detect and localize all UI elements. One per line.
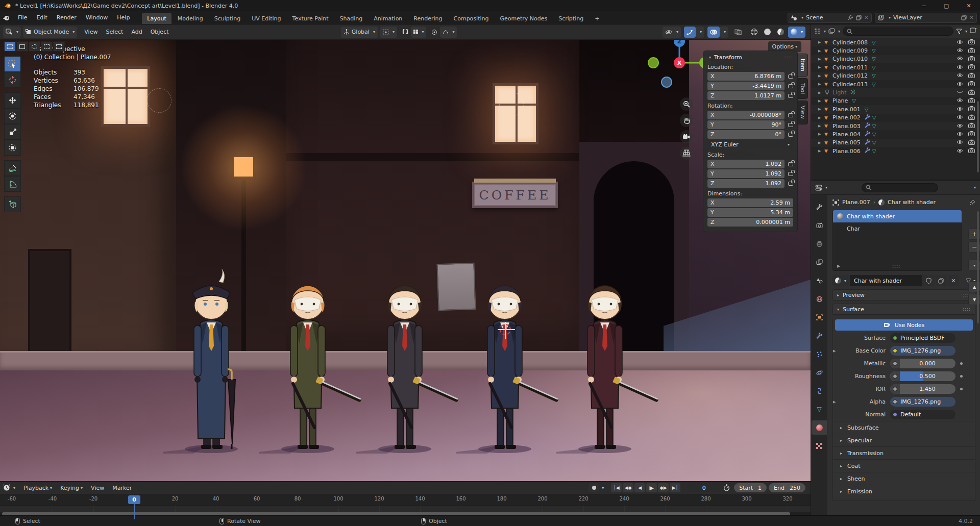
maximize-button[interactable]: ▢ (935, 0, 958, 11)
timeline-editor-type[interactable]: ▾ (3, 484, 15, 491)
disable-render-icon[interactable] (968, 39, 975, 46)
char-maroon[interactable] (556, 259, 669, 456)
properties-tab-modifiers[interactable] (812, 329, 827, 343)
expand-icon[interactable]: ▶ (818, 116, 824, 120)
hide-viewport-icon[interactable] (957, 114, 963, 121)
np-field-dimensions-y[interactable]: Y5.34 m (707, 208, 793, 217)
browse-material-button[interactable]: ▾ (832, 275, 849, 286)
editor-type-button[interactable]: ▾ (3, 27, 21, 38)
preview-panel-header[interactable]: ▸Preview:::: (832, 289, 975, 300)
np-field-rotation-z[interactable]: Z0° (707, 130, 793, 139)
end-frame-field[interactable]: End250 (769, 483, 805, 492)
lock-icon[interactable] (788, 133, 793, 137)
tool-annotate[interactable] (4, 160, 21, 176)
overlays-toggle[interactable] (707, 27, 720, 38)
gizmo-x-axis[interactable]: X (674, 57, 685, 68)
properties-tab-tool[interactable] (812, 200, 827, 214)
panel-emission[interactable]: ▸Emission (833, 485, 975, 497)
disable-render-icon[interactable] (968, 122, 975, 130)
breadcrumb-material[interactable]: Char with shader (888, 199, 936, 206)
properties-tab-physics[interactable] (812, 365, 827, 380)
expand-icon[interactable]: ▶ (818, 57, 824, 61)
properties-tab-render[interactable] (812, 218, 827, 233)
outliner-item-plane[interactable]: ▶ ▼ Plane ▽ (811, 97, 980, 105)
properties-scrollbar[interactable] (977, 211, 979, 323)
hide-viewport-icon[interactable] (957, 131, 963, 138)
hide-viewport-icon[interactable] (957, 97, 963, 104)
lock-icon[interactable] (788, 172, 793, 176)
np-field-scale-x[interactable]: X1.092 (707, 160, 793, 168)
workspace-tab-layout[interactable]: Layout (142, 13, 171, 24)
lock-icon[interactable] (788, 123, 793, 127)
field-base-color[interactable]: IMG_1276.png (890, 346, 955, 356)
panel-specular[interactable]: ▸Specular (833, 434, 975, 446)
outliner-item-cylinder.013[interactable]: ▶ ▼ Cylinder.013 ▽ (811, 80, 980, 88)
pivot-point-selector[interactable]: ▾ (380, 27, 397, 38)
copy-material-button[interactable] (936, 275, 947, 286)
timeline-menu-keying[interactable]: Keying ▾ (56, 485, 87, 491)
auto-keyframe-dropdown[interactable]: ▾ (602, 486, 604, 490)
workspace-tab-shading[interactable]: Shading (335, 13, 368, 24)
outliner-item-plane.006[interactable]: ▶ ▼ Plane.006 ▽ (811, 147, 980, 155)
disable-render-icon[interactable] (968, 81, 975, 88)
play-reverse-button[interactable]: ◀ (634, 483, 645, 492)
panel-coat[interactable]: ▸Coat (833, 459, 975, 472)
menu-render[interactable]: Render (52, 14, 81, 21)
outliner-item-plane.002[interactable]: ▶ ▼ Plane.002 ▽ (811, 114, 980, 122)
empty-circle-left[interactable] (147, 88, 172, 113)
timeline-menu-marker[interactable]: Marker (108, 485, 136, 491)
3d-viewport[interactable]: COFFEE Options▾ User Perspective (0) Col… (0, 24, 811, 481)
workspace-tab-compositing[interactable]: Compositing (449, 13, 494, 24)
hide-viewport-icon[interactable] (957, 148, 963, 155)
lock-icon[interactable] (788, 84, 793, 88)
disable-render-icon[interactable] (968, 72, 975, 80)
overlays-dropdown[interactable]: ▾ (720, 27, 728, 38)
lock-icon[interactable] (788, 94, 793, 98)
new-scene-icon[interactable] (856, 15, 862, 20)
auto-keyframe-button[interactable] (589, 483, 599, 492)
outliner-item-cylinder.008[interactable]: ▶ ▼ Cylinder.008 ▽ (811, 38, 980, 46)
properties-options-dropdown[interactable]: ▾ (974, 185, 976, 190)
xray-toggle[interactable] (732, 27, 744, 38)
surface-panel-header[interactable]: ▾Surface:::: (832, 304, 975, 315)
field-alpha[interactable]: IMG_1276.png (890, 397, 955, 407)
viewport-menu-select[interactable]: Select (102, 29, 127, 35)
close-button[interactable]: ✕ (958, 0, 980, 11)
slots-resize-arrow[interactable]: ▶ (837, 264, 840, 268)
hide-viewport-icon[interactable] (957, 89, 963, 96)
remove-viewlayer-icon[interactable]: ✕ (969, 14, 974, 21)
np-field-dimensions-z[interactable]: Z0.000001 m (707, 218, 793, 227)
viewport-menu-add[interactable]: Add (127, 29, 146, 35)
disable-render-icon[interactable] (968, 97, 975, 105)
viewlayer-selector[interactable]: ▾ ViewLayer ✕ (875, 13, 977, 23)
proportional-falloff-selector[interactable]: ▾ (440, 27, 457, 38)
expand-icon[interactable]: ▶ (818, 74, 824, 78)
disable-render-icon[interactable] (968, 106, 975, 113)
hide-viewport-icon[interactable] (957, 39, 963, 46)
select-mode-3[interactable] (41, 41, 53, 52)
np-field-rotation-x[interactable]: X-0.000008° (707, 111, 793, 119)
pan-view-icon[interactable] (680, 114, 693, 127)
hide-viewport-icon[interactable] (957, 123, 963, 130)
timeline-ruler[interactable]: -60-40-202040608010012014016018020022024… (0, 494, 811, 506)
np-field-location-x[interactable]: X6.8766 m (707, 72, 793, 81)
properties-editor-type[interactable]: ▾ (815, 185, 827, 191)
play-button[interactable]: ▶ (646, 483, 657, 492)
expand-icon[interactable]: ▶ (818, 132, 824, 136)
collapse-transform-icon[interactable]: ▾ (709, 55, 711, 60)
tool-rotate[interactable] (4, 108, 21, 124)
animate-decorator[interactable] (960, 375, 963, 378)
minimize-button[interactable]: ─ (913, 0, 935, 11)
material-slot-1[interactable]: Char (833, 222, 962, 235)
panel-transmission[interactable]: ▸Transmission (833, 446, 975, 459)
expand-icon[interactable]: ▶ (818, 99, 824, 103)
properties-tab-output[interactable] (812, 237, 827, 251)
camera-view-icon[interactable] (680, 130, 693, 143)
workspace-tab-animation[interactable]: Animation (369, 13, 407, 24)
menu-window[interactable]: Window (81, 14, 112, 21)
char-navy[interactable] (456, 259, 569, 456)
jump-to-end-button[interactable]: ▶⏐ (670, 483, 680, 492)
select-mode-2[interactable] (29, 41, 40, 52)
shading-solid-button[interactable] (762, 27, 773, 38)
properties-tab-data[interactable]: ▽ (812, 402, 827, 416)
